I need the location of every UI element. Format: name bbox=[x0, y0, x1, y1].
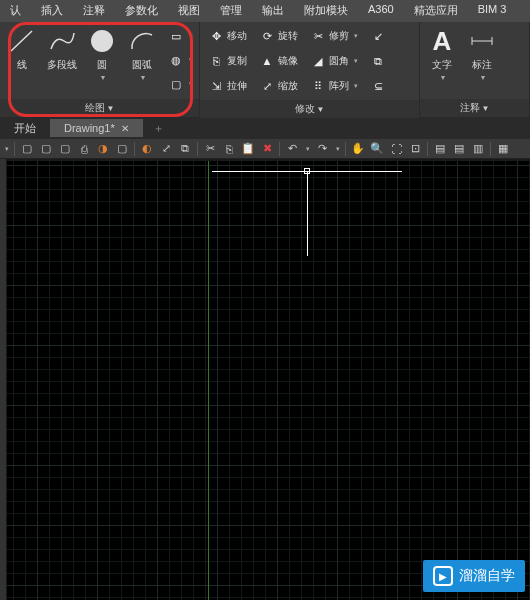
close-icon[interactable]: ✕ bbox=[121, 123, 129, 134]
hatch-button[interactable]: ◍▾ bbox=[168, 50, 193, 70]
menu-insert[interactable]: 插入 bbox=[31, 0, 73, 22]
menu-bim[interactable]: BIM 3 bbox=[468, 0, 517, 22]
mirror-icon: ▲ bbox=[259, 53, 275, 69]
chevron-down-icon: ▼ bbox=[440, 74, 447, 81]
array-icon: ⠿ bbox=[310, 78, 326, 94]
circle-label: 圆 bbox=[97, 58, 107, 72]
dim-button[interactable]: 标注 ▼ bbox=[462, 24, 502, 97]
stretch-button[interactable]: 拉伸 bbox=[227, 79, 247, 93]
copy-icon: ⎘ bbox=[208, 53, 224, 69]
extra3-icon: ⊆ bbox=[370, 78, 386, 94]
mirror-button[interactable]: 镜像 bbox=[278, 54, 298, 68]
scale-icon: ⤢ bbox=[259, 78, 275, 94]
tb-icon-7[interactable]: ◐ bbox=[140, 142, 154, 156]
menu-featured[interactable]: 精选应用 bbox=[404, 0, 468, 22]
rotate-icon: ⟳ bbox=[259, 28, 275, 44]
tb-icon-10[interactable]: ✂ bbox=[203, 142, 217, 156]
watermark-text: 溜溜自学 bbox=[459, 567, 515, 585]
dim-icon bbox=[467, 26, 497, 56]
circle-button[interactable]: 圆 ▼ bbox=[82, 24, 122, 97]
viewport[interactable]: ▶ 溜溜自学 bbox=[0, 159, 530, 600]
panel-title-annotate[interactable]: 注释▼ bbox=[420, 99, 529, 117]
polyline-label: 多段线 bbox=[47, 58, 77, 72]
array-button[interactable]: 阵列 bbox=[329, 79, 349, 93]
rotate-button[interactable]: 旋转 bbox=[278, 29, 298, 43]
copy-button[interactable]: 复制 bbox=[227, 54, 247, 68]
scale-button[interactable]: 缩放 bbox=[278, 79, 298, 93]
move-button[interactable]: 移动 bbox=[227, 29, 247, 43]
tb-icon-8[interactable]: ⤢ bbox=[159, 142, 173, 156]
region-button[interactable]: ▢▾ bbox=[168, 74, 193, 94]
hatch-icon: ◍ bbox=[168, 52, 184, 68]
menu-annotate[interactable]: 注释 bbox=[73, 0, 115, 22]
watermark: ▶ 溜溜自学 bbox=[423, 560, 525, 592]
text-icon: A bbox=[427, 26, 457, 56]
chevron-down-icon: ▼ bbox=[480, 74, 487, 81]
svg-line-0 bbox=[11, 31, 32, 51]
menu-parametric[interactable]: 参数化 bbox=[115, 0, 168, 22]
tb-icon-9[interactable]: ⧉ bbox=[178, 142, 192, 156]
chevron-down-icon: ▼ bbox=[107, 104, 115, 113]
tabbar: 开始 Drawing1*✕ ＋ bbox=[0, 117, 530, 139]
trim-icon: ✂ bbox=[310, 28, 326, 44]
tb-icon-21[interactable]: ▤ bbox=[452, 142, 466, 156]
tb-icon-1[interactable]: ▢ bbox=[20, 142, 34, 156]
text-label: 文字 bbox=[432, 58, 452, 72]
menu-a360[interactable]: A360 bbox=[358, 0, 404, 22]
text-button[interactable]: A 文字 ▼ bbox=[422, 24, 462, 97]
svg-point-1 bbox=[91, 30, 113, 52]
cursor-vertical bbox=[307, 171, 308, 256]
dim-label: 标注 bbox=[472, 58, 492, 72]
polyline-icon bbox=[47, 26, 77, 56]
tb-icon-14[interactable]: ↶ bbox=[285, 142, 299, 156]
menu-manage[interactable]: 管理 bbox=[210, 0, 252, 22]
polyline-button[interactable]: 多段线 bbox=[42, 24, 82, 97]
circle-icon bbox=[87, 26, 117, 56]
extra2-icon: ⧉ bbox=[370, 53, 386, 69]
menu-ren[interactable]: 认 bbox=[0, 0, 31, 22]
trim-button[interactable]: 修剪 bbox=[329, 29, 349, 43]
tab-drawing1[interactable]: Drawing1*✕ bbox=[50, 119, 143, 137]
chevron-down-icon: ▼ bbox=[100, 74, 107, 81]
y-ruler bbox=[0, 159, 6, 600]
tb-icon-20[interactable]: ▤ bbox=[433, 142, 447, 156]
tb-icon-12[interactable]: 📋 bbox=[241, 142, 255, 156]
arc-button[interactable]: 圆弧 ▼ bbox=[122, 24, 162, 97]
tab-add-button[interactable]: ＋ bbox=[143, 118, 174, 139]
arc-icon bbox=[127, 26, 157, 56]
chevron-down-icon[interactable]: ▾ bbox=[5, 145, 9, 153]
line-button[interactable]: 线 bbox=[2, 24, 42, 97]
tb-icon-5[interactable]: ◑ bbox=[96, 142, 110, 156]
tb-icon-13[interactable]: ✖ bbox=[260, 142, 274, 156]
chevron-down-icon: ▼ bbox=[140, 74, 147, 81]
tb-icon-6[interactable]: ▢ bbox=[115, 142, 129, 156]
menu-output[interactable]: 输出 bbox=[252, 0, 294, 22]
tb-icon-11[interactable]: ⎘ bbox=[222, 142, 236, 156]
ribbon-panel-annotate: A 文字 ▼ 标注 ▼ 注释▼ bbox=[420, 22, 530, 117]
tb-icon-17[interactable]: 🔍 bbox=[370, 142, 384, 156]
tb-icon-3[interactable]: ▢ bbox=[58, 142, 72, 156]
tb-icon-19[interactable]: ⊡ bbox=[408, 142, 422, 156]
tab-start[interactable]: 开始 bbox=[0, 118, 50, 139]
extra-icon: ↙ bbox=[370, 28, 386, 44]
menu-view[interactable]: 视图 bbox=[168, 0, 210, 22]
tb-icon-4[interactable]: ⎙ bbox=[77, 142, 91, 156]
tb-icon-16[interactable]: ✋ bbox=[351, 142, 365, 156]
tb-icon-2[interactable]: ▢ bbox=[39, 142, 53, 156]
chevron-down-icon: ▼ bbox=[482, 104, 490, 113]
drawing-grid bbox=[7, 161, 530, 600]
cursor-pickbox bbox=[304, 168, 310, 174]
panel-title-modify[interactable]: 修改▼ bbox=[200, 100, 419, 118]
stretch-icon: ⇲ bbox=[208, 78, 224, 94]
tb-icon-23[interactable]: ▦ bbox=[496, 142, 510, 156]
rect-button[interactable]: ▭▾ bbox=[168, 26, 193, 46]
tb-icon-15[interactable]: ↷ bbox=[315, 142, 329, 156]
fillet-icon: ◢ bbox=[310, 53, 326, 69]
tb-icon-22[interactable]: ▥ bbox=[471, 142, 485, 156]
fillet-button[interactable]: 圆角 bbox=[329, 54, 349, 68]
quick-toolbar: ▾ ▢ ▢ ▢ ⎙ ◑ ▢ ◐ ⤢ ⧉ ✂ ⎘ 📋 ✖ ↶▾ ↷▾ ✋ 🔍 ⛶ … bbox=[0, 139, 530, 159]
menu-addons[interactable]: 附加模块 bbox=[294, 0, 358, 22]
rect-icon: ▭ bbox=[168, 28, 184, 44]
tb-icon-18[interactable]: ⛶ bbox=[389, 142, 403, 156]
panel-title-draw[interactable]: 绘图▼ bbox=[0, 99, 199, 117]
